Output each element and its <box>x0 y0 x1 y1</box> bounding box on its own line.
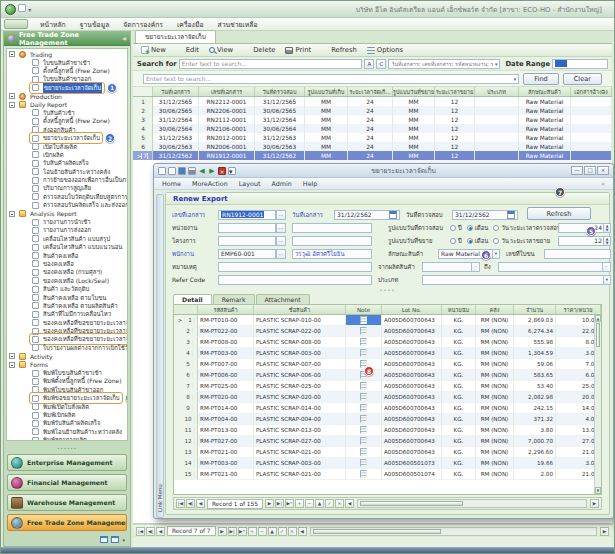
tree-expand-icon[interactable] <box>22 177 28 183</box>
project-browse-button[interactable]: ··· <box>276 236 286 246</box>
tree-expand-icon[interactable] <box>22 320 28 326</box>
record-nav-button[interactable]: ▶ <box>218 527 227 536</box>
tree-item[interactable]: ใบรายงานผลต่างจากการเบิกใช้วัตถุดิบ <box>9 344 127 352</box>
remark-field[interactable] <box>218 262 372 272</box>
table-row[interactable]: 4 30/06/2564RN2106-0001 30/06/2564MM 24M… <box>133 124 612 133</box>
note-icon[interactable] <box>360 437 367 445</box>
tree-expand-icon[interactable] <box>22 236 28 242</box>
tree-expand-icon[interactable] <box>22 227 28 233</box>
column-header[interactable]: เอกสารอ้างอิง <box>571 87 612 96</box>
employee-code-field[interactable]: EMP60-001 <box>218 249 276 259</box>
tree-expand-icon[interactable] <box>22 244 28 250</box>
record-nav-button[interactable]: + <box>295 499 304 508</box>
menu-item[interactable]: ส่วนช่วยเหลือ <box>211 19 265 30</box>
tree-expand-icon[interactable] <box>22 194 28 200</box>
document-tab[interactable]: ขยายระยะเวลาจัดเก็บ <box>135 30 216 43</box>
tree-item[interactable]: ขยายระยะเวลาจัดเก็บ 1 <box>9 84 127 92</box>
radio-year[interactable]: ปี <box>450 223 462 233</box>
toolbar-button[interactable]: Print <box>280 46 316 54</box>
table-row[interactable]: 14 RM-PT003-00 PLASTIC SCRAP-003-00 A005… <box>174 458 601 469</box>
printer-icon[interactable] <box>188 167 196 175</box>
module-button[interactable]: Financial Management <box>7 474 127 491</box>
record-nav-button[interactable]: ▶* <box>285 499 294 508</box>
menu-item[interactable]: เครื่องมือ <box>170 19 210 30</box>
column-header[interactable]: วันที่ตรวจสอบ <box>255 87 305 96</box>
tree-expand-icon[interactable] <box>22 286 28 292</box>
column-header[interactable]: คลัง <box>476 305 514 314</box>
detail-tab[interactable]: Detail <box>173 294 212 304</box>
search-option-a-button[interactable]: A <box>364 59 374 69</box>
toolbar-button[interactable]: Refresh <box>316 46 362 54</box>
tree-expand-icon[interactable] <box>22 345 28 351</box>
tree-expand-icon[interactable] <box>22 412 28 418</box>
declaration-field[interactable] <box>544 249 611 259</box>
table-row[interactable]: 12 RM-PT027-00 PLASTIC SCRAP-027-00 A005… <box>174 436 601 447</box>
record-nav-button[interactable]: ▶| <box>228 527 237 536</box>
record-nav-button[interactable]: ▲ <box>315 499 324 508</box>
tree-expand-icon[interactable] <box>22 303 28 309</box>
tree-expand-icon[interactable] <box>9 51 15 57</box>
check-date-field[interactable]: 31/12/2562 <box>452 210 518 220</box>
column-header[interactable]: ชื่อสินค้า <box>254 305 346 314</box>
app-orb-icon[interactable] <box>5 4 16 15</box>
record-nav-button[interactable]: ✓ <box>325 499 334 508</box>
module-splitter[interactable]: •••••• <box>7 447 127 451</box>
table-row[interactable]: 6 30/06/2563RN2006-0001 30/06/2563MM 24M… <box>133 142 612 151</box>
tree-expand-icon[interactable] <box>22 420 28 426</box>
link-menu-tab[interactable]: Link Menu <box>154 190 165 518</box>
search-input[interactable]: Enter text to search... <box>179 59 363 69</box>
refresh-button[interactable]: Refresh <box>527 207 591 220</box>
tree-expand-icon[interactable] <box>9 93 15 99</box>
tree-expand-icon[interactable] <box>22 370 28 376</box>
find-button[interactable]: Find <box>523 73 559 85</box>
calendar-icon[interactable] <box>389 211 397 219</box>
dialog-menu-item[interactable]: MoreAction <box>192 180 228 188</box>
tree-expand-icon[interactable] <box>22 185 28 191</box>
horizontal-scrollbar[interactable] <box>357 499 587 508</box>
table-row[interactable]: 3 RM-PT008-00 PLASTIC SCRAP-008-00 A005D… <box>174 337 601 348</box>
quick-dropdown-icon[interactable]: ▾ <box>28 6 31 14</box>
note-icon[interactable] <box>360 382 367 390</box>
tree-expand-icon[interactable] <box>22 278 28 284</box>
record-nav-button[interactable]: ▶ <box>265 499 274 508</box>
next-record-icon[interactable]: ▶ <box>208 167 216 175</box>
tree-expand-icon[interactable] <box>22 429 28 435</box>
tree-expand-icon[interactable] <box>22 295 28 301</box>
note-icon[interactable] <box>360 349 367 357</box>
record-nav-button[interactable]: ▶ <box>600 527 609 536</box>
note-icon[interactable] <box>360 448 367 456</box>
toolbar-button[interactable]: Delete <box>238 46 280 54</box>
module-button[interactable]: Enterprise Management <box>7 454 127 471</box>
scrollbar-thumb[interactable] <box>313 529 441 534</box>
record-nav-button[interactable]: − <box>258 527 267 536</box>
tree-expand-icon[interactable] <box>22 311 28 317</box>
column-header[interactable]: ราคา/หน่วย <box>556 305 601 314</box>
category-dropdown[interactable]: ▾ <box>422 275 611 285</box>
toolbar-button[interactable]: Edit <box>171 46 204 54</box>
minimize-button[interactable]: — <box>571 166 583 175</box>
column-header[interactable]: รหัสสินค้า <box>198 305 254 314</box>
detail-tab[interactable]: Remark <box>213 294 255 304</box>
column-header[interactable]: จำนวน <box>514 305 556 314</box>
tree-expand-icon[interactable] <box>22 169 28 175</box>
column-header[interactable]: ลักษณะสินค้า <box>519 87 571 96</box>
dialog-menu-item[interactable]: Help <box>303 180 318 188</box>
record-nav-button[interactable]: + <box>248 527 257 536</box>
close-record-icon[interactable]: × <box>218 167 226 175</box>
table-row[interactable]: >1 RM-PT010-00 PLASTIC SCRAP-010-00 A005… <box>174 315 601 326</box>
tree-expand-icon[interactable] <box>22 219 28 225</box>
close-button[interactable]: × <box>597 166 609 175</box>
table-row[interactable]: >7 31/12/2562RN1912-0001 31/12/2562MM 24… <box>133 151 612 160</box>
record-nav-button[interactable]: − <box>305 499 314 508</box>
employee-browse-button[interactable]: ··· <box>276 249 286 259</box>
table-row[interactable]: 11 RM-PT013-00 PLASTIC SCRAP-013-00 A005… <box>174 425 601 436</box>
radio-year[interactable]: ปี <box>450 236 462 246</box>
tree-expand-icon[interactable] <box>22 60 28 66</box>
date-range-input[interactable] <box>552 59 608 69</box>
table-row[interactable]: 8 RM-PT020-00 PLASTIC SCRAP-020-00 A005D… <box>174 392 601 403</box>
spinner-arrows[interactable]: ▲▼ <box>603 237 610 245</box>
spinner-arrows[interactable]: ▲▼ <box>603 224 610 232</box>
record-nav-button[interactable]: ◀ <box>345 499 354 508</box>
record-nav-button[interactable]: ◀| <box>146 527 155 536</box>
table-row[interactable]: 5 31/12/2563RN2012-0001 31/12/2563MM 24M… <box>133 133 612 142</box>
